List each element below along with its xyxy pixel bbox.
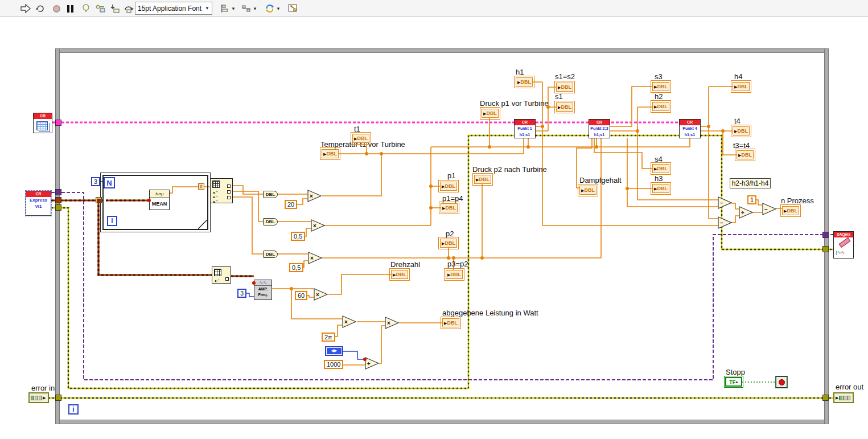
dbl-indicator[interactable]: ▶DBL xyxy=(652,184,669,193)
dbl-indicator[interactable]: ▶DBL xyxy=(440,239,457,248)
dbl-indicator[interactable]: ▶DBL xyxy=(733,126,750,136)
for-loop-count-terminal[interactable]: N xyxy=(104,177,115,188)
multiply-node[interactable]: × xyxy=(308,251,323,265)
loop-tunnel[interactable] xyxy=(55,197,61,203)
indicator-label: h2 xyxy=(655,92,663,101)
numeric-constant[interactable]: 1000 xyxy=(324,360,343,369)
vi-banner: CR xyxy=(680,120,700,125)
tone-measurements-vi[interactable]: ∿∿ AMP. Freq. xyxy=(254,280,272,300)
write-measurement-file-vi[interactable]: CR xyxy=(33,113,52,133)
indicator-label: Dampfgehalt xyxy=(579,176,622,184)
subtract-node[interactable]: − xyxy=(718,216,733,229)
mean-vi[interactable]: ∧σμ MEAN xyxy=(149,190,170,210)
index-array-node[interactable]: ∎.⁺ xyxy=(212,266,231,284)
dbl-indicator[interactable]: ▶DBL xyxy=(322,149,339,158)
stop-boolean-terminal[interactable]: TF▸ xyxy=(725,377,742,387)
to-double-node[interactable]: DBL xyxy=(263,191,278,198)
for-loop-iteration-terminal[interactable]: i xyxy=(107,216,117,226)
loop-tunnel[interactable] xyxy=(55,204,61,211)
subtract-node[interactable]: − xyxy=(718,196,733,210)
subtract-node[interactable]: − xyxy=(762,202,777,216)
punkt-subvi[interactable]: CRPunkt 2;3h1;s1 xyxy=(589,119,610,138)
loop-tunnel[interactable] xyxy=(822,246,829,252)
numeric-constant[interactable]: 1 xyxy=(747,195,756,204)
loop-condition-terminal[interactable] xyxy=(776,376,787,388)
wire-junction-dot xyxy=(429,184,433,188)
dbl-indicator[interactable]: ▶DBL xyxy=(482,109,499,118)
punkt-subvi[interactable]: CRPunkt 4h1;s1 xyxy=(679,119,701,138)
to-double-node[interactable]: DBL xyxy=(263,218,278,225)
punkt-subvi[interactable]: CRPunkt 1h1;s1 xyxy=(514,119,536,138)
while-loop-border-left[interactable] xyxy=(55,48,60,424)
numeric-constant[interactable]: 60 xyxy=(295,291,307,300)
dbl-indicator[interactable]: ▶DBL xyxy=(652,164,669,173)
multiply-node[interactable]: × xyxy=(311,219,326,232)
wire-junction-dot xyxy=(626,187,629,190)
numeric-constant[interactable]: 20 xyxy=(285,200,297,209)
daqmx-clear-task-vi[interactable]: DAQmx {∿∿ xyxy=(833,231,854,259)
index-array-node[interactable]: ∎.⁺ ∎.⁺ ∎.⁺ xyxy=(210,178,233,203)
wire-junction-dot xyxy=(147,199,151,202)
increment-decrement-icon: ◀▶ xyxy=(327,348,342,354)
numeric-constant[interactable]: 0,5 xyxy=(289,263,303,272)
dbl-indicator[interactable]: ▶DBL xyxy=(441,203,458,212)
dbl-indicator[interactable]: ▶DBL xyxy=(737,150,754,159)
dbl-indicator[interactable]: ▶DBL xyxy=(652,102,669,111)
numeric-constant[interactable]: 3 xyxy=(91,177,100,186)
loop-tunnel[interactable] xyxy=(822,232,829,238)
dbl-indicator[interactable]: ▶DBL xyxy=(733,82,750,91)
divide-node[interactable]: ÷ xyxy=(739,206,754,219)
dbl-indicator[interactable]: ▶DBL xyxy=(556,83,573,92)
dbl-indicator[interactable]: ▶DBL xyxy=(579,186,597,195)
wire-junction-dot xyxy=(447,256,450,260)
loop-tunnel[interactable] xyxy=(55,120,61,126)
multiply-node[interactable]: × xyxy=(385,316,400,330)
wire-junction-dot xyxy=(429,206,433,210)
numeric-constant[interactable]: 3 xyxy=(237,289,246,298)
indicator-label: abgegebene Leistung in Watt xyxy=(442,309,538,317)
multiply-node[interactable]: × xyxy=(307,189,322,203)
multiply-node[interactable]: × xyxy=(314,288,328,301)
to-double-node[interactable]: DBL xyxy=(263,251,278,258)
indicator-label: p3=p2 xyxy=(447,260,468,268)
while-loop-border-bottom[interactable] xyxy=(55,420,829,424)
vi-banner: CR xyxy=(515,120,535,125)
wire-junction-dot xyxy=(252,281,256,285)
indicator-label: s4 xyxy=(655,155,663,163)
express-vi[interactable]: CR Express VI1 xyxy=(26,191,51,216)
dbl-indicator[interactable]: ▶DBL xyxy=(782,206,799,215)
dbl-indicator[interactable]: ▶DBL xyxy=(474,175,491,184)
numeric-constant[interactable]: 2π xyxy=(322,333,335,342)
dbl-indicator[interactable]: ▶DBL xyxy=(556,102,573,112)
dbl-indicator[interactable]: ▶DBL xyxy=(352,134,369,143)
multiply-node[interactable]: × xyxy=(342,315,357,329)
loop-tunnel[interactable] xyxy=(822,395,829,401)
divide-node[interactable]: ÷ xyxy=(365,356,380,370)
dbl-indicator[interactable]: ▶DBL xyxy=(440,182,457,191)
loop-tunnel[interactable] xyxy=(55,395,61,401)
dbl-indicator[interactable]: ▶DBL xyxy=(516,77,533,87)
free-label: h2-h3/h1-h4 xyxy=(730,178,771,188)
numeric-constant[interactable]: 0,5 xyxy=(291,232,305,241)
dbl-indicator[interactable]: ▶DBL xyxy=(446,270,463,279)
wire-junction-dot xyxy=(380,152,383,155)
dbl-indicator[interactable]: ▶DBL xyxy=(391,270,408,279)
indicator-label: Druck p1 vor Turbine xyxy=(480,99,549,108)
array-grid-icon xyxy=(212,180,220,188)
dbl-indicator[interactable]: ▶DBL xyxy=(652,82,669,91)
dbl-indicator[interactable]: ▶DBL xyxy=(442,318,459,327)
indicator-label: t1 xyxy=(354,125,360,133)
express-vi-label1: Express xyxy=(26,197,51,204)
wire-junction-dot xyxy=(97,199,101,203)
numeric-control-terminal[interactable]: ◀▶ xyxy=(325,346,343,356)
error-in-terminal[interactable]: ▶ xyxy=(28,392,49,403)
for-loop-output-tunnel[interactable]: [] xyxy=(198,183,204,190)
block-diagram-canvas: N i i [] [] CR CR Express VI1 ∧σμ MEAN ∎… xyxy=(0,17,868,439)
while-loop-iteration-terminal[interactable]: i xyxy=(68,404,79,415)
while-loop-border-top[interactable] xyxy=(55,48,829,53)
loop-tunnel[interactable] xyxy=(55,189,61,195)
error-out-terminal[interactable]: ▶ xyxy=(833,392,854,403)
for-loop-fold-line xyxy=(198,220,208,230)
indicator-label: p1 xyxy=(447,171,455,180)
waveform-icon: ∿∿ xyxy=(254,280,271,286)
